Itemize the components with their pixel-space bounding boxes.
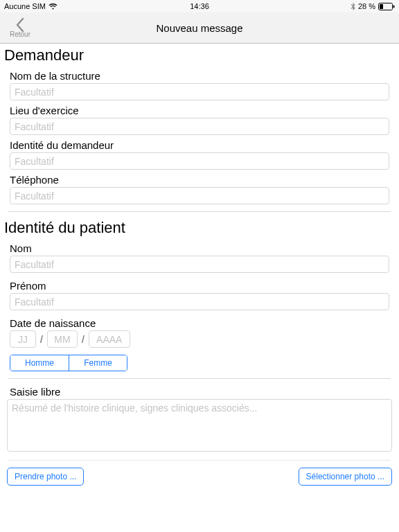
dob-year-input[interactable]: [89, 330, 130, 348]
gender-female-option[interactable]: Femme: [69, 355, 127, 371]
status-bar: Aucune SIM 14:36 28 %: [0, 0, 399, 12]
dob-month-input[interactable]: [47, 330, 78, 348]
phone-input[interactable]: [10, 187, 389, 204]
svg-rect-1: [393, 5, 395, 8]
freeform-label: Saisie libre: [0, 383, 399, 399]
wifi-icon: [48, 3, 57, 10]
divider: [8, 378, 391, 379]
freeform-textarea[interactable]: [7, 399, 392, 452]
firstname-label: Prénom: [10, 280, 389, 292]
dob-separator: /: [40, 334, 43, 345]
battery-percent: 28 %: [358, 2, 375, 10]
gender-male-option[interactable]: Homme: [10, 355, 69, 371]
requester-identity-label: Identité du demandeur: [10, 139, 389, 151]
structure-name-label: Nom de la structure: [10, 70, 389, 82]
requester-identity-input[interactable]: [10, 152, 389, 170]
structure-name-input[interactable]: [10, 83, 389, 100]
lastname-label: Nom: [10, 242, 389, 254]
dob-day-input[interactable]: [10, 330, 36, 348]
divider: [8, 460, 391, 461]
practice-location-input[interactable]: [10, 118, 389, 135]
firstname-input[interactable]: [10, 293, 389, 310]
lastname-input[interactable]: [10, 256, 389, 273]
patient-section-title: Identité du patient: [0, 216, 399, 238]
dob-label: Date de naissance: [10, 317, 389, 329]
navbar: Retour Nouveau message: [0, 12, 399, 44]
divider: [8, 211, 391, 212]
gender-segmented: Homme Femme: [10, 355, 127, 371]
photo-actions-row: Prendre photo ... Sélectionner photo ...: [0, 468, 399, 486]
practice-location-label: Lieu d'exercice: [10, 105, 389, 116]
svg-rect-2: [380, 4, 383, 9]
bluetooth-icon: [351, 3, 355, 10]
battery-icon: [378, 3, 395, 10]
status-time: 14:36: [190, 2, 209, 10]
phone-label: Téléphone: [10, 174, 389, 186]
carrier-text: Aucune SIM: [4, 2, 46, 10]
select-photo-button[interactable]: Sélectionner photo ...: [299, 468, 392, 486]
dob-row: / /: [10, 330, 389, 348]
back-label: Retour: [10, 30, 30, 38]
requester-section-title: Demandeur: [0, 44, 399, 66]
back-button[interactable]: Retour: [10, 17, 30, 38]
dob-separator: /: [82, 334, 85, 345]
take-photo-button[interactable]: Prendre photo ...: [7, 468, 84, 486]
page-title: Nouveau message: [156, 22, 242, 34]
